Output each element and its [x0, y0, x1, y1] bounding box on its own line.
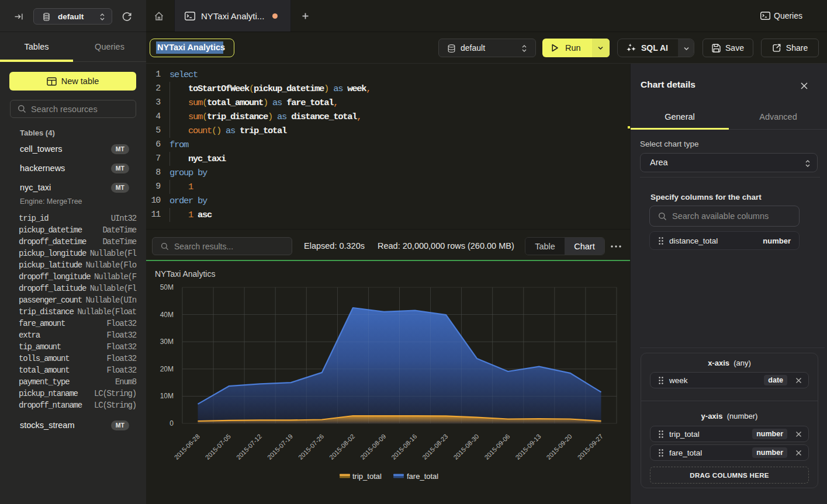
svg-text:fare_total: fare_total	[407, 472, 438, 481]
svg-text:NYTaxi Analytics: NYTaxi Analytics	[155, 269, 215, 279]
svg-text:2015-07-26: 2015-07-26	[297, 433, 325, 461]
svg-text:2015-07-12: 2015-07-12	[235, 433, 263, 461]
svg-text:40M: 40M	[160, 311, 174, 319]
svg-text:0: 0	[169, 419, 174, 427]
svg-text:2015-08-02: 2015-08-02	[328, 433, 356, 461]
svg-text:50M: 50M	[160, 283, 174, 291]
svg-text:2015-09-06: 2015-09-06	[483, 433, 511, 461]
svg-text:20M: 20M	[160, 365, 174, 373]
svg-text:trip_total: trip_total	[352, 472, 382, 481]
svg-text:2015-07-05: 2015-07-05	[204, 433, 232, 461]
svg-text:10M: 10M	[160, 392, 174, 400]
svg-text:2015-08-09: 2015-08-09	[359, 433, 387, 461]
svg-text:2015-08-30: 2015-08-30	[452, 433, 480, 461]
svg-text:2015-08-23: 2015-08-23	[421, 433, 449, 461]
svg-text:2015-09-13: 2015-09-13	[514, 433, 542, 461]
svg-text:30M: 30M	[160, 338, 174, 346]
svg-text:2015-07-19: 2015-07-19	[266, 433, 294, 461]
svg-text:2015-06-28: 2015-06-28	[173, 433, 201, 461]
svg-text:2015-09-27: 2015-09-27	[576, 433, 604, 461]
svg-text:2015-08-16: 2015-08-16	[390, 433, 418, 461]
svg-text:2015-09-20: 2015-09-20	[545, 433, 573, 461]
